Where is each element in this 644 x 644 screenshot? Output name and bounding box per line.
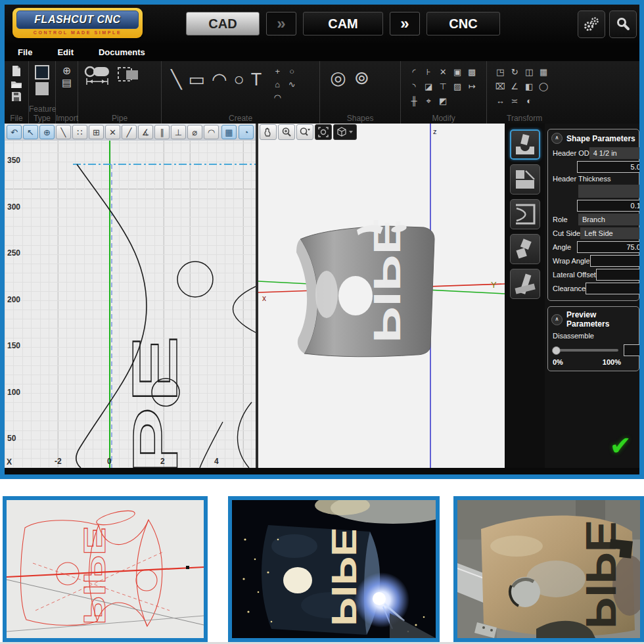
pan-button[interactable] — [260, 124, 277, 140]
modify-icon-6[interactable]: ◪ — [421, 80, 436, 94]
collapse-shape-icon[interactable]: ∧ — [551, 133, 563, 144]
create-small-icon-1[interactable]: ○ — [285, 65, 299, 78]
template-saddle-button[interactable] — [510, 129, 540, 160]
grid-toggle-button[interactable]: ▦ — [221, 125, 237, 139]
create-small-icon-0[interactable]: + — [270, 65, 285, 78]
cad-tab[interactable]: CAD — [186, 12, 260, 35]
transform-icon-2[interactable]: ◫ — [522, 65, 536, 80]
modify-icon-12[interactable]: ◩ — [436, 94, 450, 108]
snap-button-10[interactable]: ⊥ — [171, 125, 186, 139]
snap-button-0[interactable]: ↶ — [7, 125, 22, 139]
template-curve-button[interactable] — [510, 199, 540, 229]
feature-plate-icon[interactable] — [35, 82, 49, 95]
transform-icon-6[interactable]: ◧ — [522, 80, 536, 94]
role-dropdown[interactable]: Branch — [578, 214, 639, 225]
create-icon-0[interactable]: ╲ — [171, 65, 181, 94]
template-diamonds-button[interactable] — [510, 234, 540, 264]
menu-edit[interactable]: Edit — [57, 47, 74, 57]
collapse-preview-icon[interactable]: ∧ — [551, 314, 563, 325]
modify-icon-0[interactable]: ◜ — [407, 65, 421, 80]
create-small-icon-3[interactable]: ∿ — [285, 78, 299, 91]
header-od-dropdown[interactable]: 4 1/2 in — [589, 147, 639, 159]
save-file-icon[interactable] — [11, 91, 22, 102]
transform-icon-7[interactable]: ◯ — [536, 80, 551, 94]
snap-button-4[interactable]: ∷ — [72, 125, 87, 139]
snap-button-7[interactable]: ╱ — [122, 125, 137, 139]
feature-part-icon[interactable] — [35, 65, 49, 80]
shape-tool-icon-0[interactable]: ◎ — [330, 65, 346, 91]
create-icon-1[interactable]: ▭ — [188, 65, 205, 94]
modify-icon-2[interactable]: ✕ — [436, 65, 450, 80]
template-miter-button[interactable] — [510, 164, 540, 195]
disassemble-slider[interactable] — [553, 349, 618, 352]
cnc-tab[interactable]: CNC — [426, 12, 500, 35]
header-thickness-input[interactable]: 0.10 — [577, 200, 639, 212]
arc-mode-button[interactable]: ◔ — [239, 125, 254, 139]
zoom-in-button[interactable] — [278, 124, 295, 140]
apply-check-icon[interactable]: ✔ — [609, 432, 632, 459]
clearance-input[interactable]: 0.00 — [586, 283, 639, 294]
modify-icon-3[interactable]: ▣ — [450, 65, 465, 80]
transform-icon-10[interactable]: ◐ — [522, 94, 536, 108]
angle-input[interactable]: 75.00 — [577, 241, 639, 253]
header-od-input[interactable]: 5.00 — [577, 161, 639, 173]
3d-rendering: z x Y PIPE — [258, 124, 505, 468]
transform-icon-3[interactable]: ▦ — [536, 65, 551, 80]
modify-icon-4[interactable]: ▩ — [465, 65, 479, 80]
snap-button-8[interactable]: ∡ — [138, 125, 153, 139]
open-file-icon[interactable] — [11, 80, 22, 89]
zoom-options-button[interactable] — [296, 124, 313, 140]
snap-button-9[interactable]: ∥ — [154, 125, 170, 139]
snap-button-2[interactable]: ⊕ — [39, 125, 55, 139]
snap-button-5[interactable]: ⊞ — [89, 125, 104, 139]
modify-icon-7[interactable]: ⊤ — [436, 80, 450, 94]
cam-to-cnc-chevron-icon[interactable]: » — [390, 12, 420, 35]
create-small-icon-2[interactable]: ⌂ — [270, 78, 285, 91]
cut-side-dropdown[interactable]: Left Side — [580, 227, 639, 239]
transform-icon-1[interactable]: ↻ — [507, 65, 522, 80]
transform-icon-4[interactable]: ⌧ — [493, 80, 507, 94]
cad-to-cam-chevron-icon[interactable]: » — [266, 12, 296, 35]
cam-tab[interactable]: CAM — [303, 12, 383, 35]
pipe-region-icon[interactable] — [117, 65, 139, 83]
search-button[interactable] — [609, 11, 637, 38]
snap-button-11[interactable]: ⌀ — [187, 125, 202, 139]
transform-icon-5[interactable]: ∠ — [507, 80, 522, 94]
new-file-icon[interactable] — [11, 65, 22, 77]
modify-icon-10[interactable]: ╫ — [407, 94, 421, 108]
modify-icon-8[interactable]: ▨ — [450, 80, 465, 94]
import-icon-0[interactable]: ⊕ — [62, 65, 72, 77]
header-thickness-dropdown[interactable] — [578, 185, 639, 198]
canvas-3d[interactable]: z x Y PIPE — [258, 124, 505, 468]
view-cube-button[interactable] — [333, 124, 357, 140]
create-small-icon-4[interactable]: ◠ — [270, 91, 285, 104]
menu-documents[interactable]: Documents — [99, 47, 145, 57]
snap-button-6[interactable]: ✕ — [105, 125, 120, 139]
import-icon-1[interactable]: ▤ — [62, 77, 72, 89]
modify-icon-1[interactable]: ⊦ — [421, 65, 436, 80]
settings-button[interactable] — [578, 11, 605, 38]
photo3-pipe-text: PIPE — [577, 520, 624, 629]
transform-icon-8[interactable]: ↔ — [493, 94, 507, 108]
snap-button-12[interactable]: ◠ — [204, 125, 219, 139]
snap-button-1[interactable]: ↖ — [23, 125, 38, 139]
wrap-angle-input[interactable]: 0.00 — [590, 255, 639, 267]
slider-thumb[interactable] — [552, 346, 561, 355]
create-icon-2[interactable]: ◠ — [212, 65, 227, 94]
disassemble-value-input[interactable]: 0 — [624, 344, 639, 356]
zoom-extents-button[interactable] — [315, 124, 332, 140]
shape-tool-icon-1[interactable]: ⊚ — [354, 65, 369, 91]
create-icon-4[interactable]: T — [251, 65, 262, 94]
transform-icon-9[interactable]: ≍ — [507, 94, 522, 108]
snap-button-3[interactable]: ╲ — [56, 125, 71, 139]
modify-icon-11[interactable]: ⌖ — [421, 94, 436, 108]
create-icon-3[interactable]: ○ — [233, 65, 244, 94]
template-lap-button[interactable] — [510, 269, 540, 299]
pipe-size-icon[interactable] — [84, 65, 112, 85]
lateral-offset-input[interactable]: 0.00 — [596, 269, 639, 281]
menu-file[interactable]: File — [18, 47, 32, 57]
transform-icon-0[interactable]: ◳ — [493, 65, 507, 80]
modify-icon-5[interactable]: ◝ — [407, 80, 421, 94]
canvas-2d[interactable]: PIPE 350 300 250 200 150 100 50 -2 0 2 4… — [5, 141, 256, 468]
modify-icon-9[interactable]: ↦ — [465, 80, 479, 94]
